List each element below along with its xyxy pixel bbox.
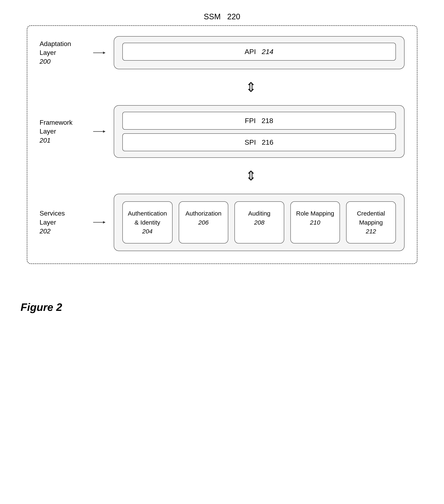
service-card-auth-identity: Authentication & Identity 204 (122, 201, 173, 243)
adaptation-layer-label: Adaptation Layer 200 (40, 39, 85, 66)
service-card-auditing: Auditing 208 (234, 201, 284, 243)
fpi-label: FPI (245, 117, 256, 125)
auth-identity-number: 204 (128, 227, 167, 236)
authorization-line1: Authorization (184, 209, 223, 218)
credential-mapping-line2: Mapping (352, 218, 390, 227)
api-number: 214 (262, 48, 273, 55)
framework-layer-row: Framework Layer 201 FPI (40, 105, 405, 158)
ssm-title-text: SSM (204, 12, 221, 21)
credential-mapping-line1: Credential (352, 209, 390, 218)
services-label-line1: Services (40, 209, 85, 218)
figure-label: Figure 2 (20, 301, 62, 313)
framework-layer-label: Framework Layer 201 (40, 118, 85, 145)
adaptation-box: API 214 (114, 36, 405, 69)
ssm-outer-box: Adaptation Layer 200 API (27, 25, 418, 264)
auth-identity-line1: Authentication (128, 209, 167, 218)
api-label: API (245, 48, 256, 55)
auditing-line1: Auditing (240, 209, 278, 218)
framework-label-number: 201 (40, 136, 85, 145)
svg-marker-3 (103, 130, 105, 133)
fpi-bar: FPI 218 (122, 112, 396, 130)
svg-marker-5 (103, 221, 105, 224)
service-card-role-mapping: Role Mapping 210 (290, 201, 340, 243)
api-bar: API 214 (122, 43, 396, 61)
adaptation-arrow-svg (93, 51, 105, 55)
spi-label: SPI (245, 138, 256, 146)
services-label-line2: Layer (40, 218, 85, 227)
role-mapping-number: 210 (296, 218, 334, 227)
adaptation-label-line2: Layer (40, 48, 85, 57)
framework-connector (93, 129, 105, 134)
adaptation-label-line1: Adaptation (40, 39, 85, 48)
authorization-number: 206 (184, 218, 223, 227)
framework-label-line2: Layer (40, 127, 85, 136)
ssm-title: SSM 220 (17, 12, 427, 21)
services-arrow-svg (93, 220, 105, 224)
svg-marker-1 (103, 52, 105, 54)
service-card-authorization: Authorization 206 (179, 201, 228, 243)
services-label-number: 202 (40, 227, 85, 236)
framework-arrow-svg (93, 129, 105, 134)
adaptation-label-number: 200 (40, 57, 85, 66)
auditing-number: 208 (240, 218, 278, 227)
double-arrow-2: ⇕ (245, 169, 256, 182)
services-connector (93, 220, 105, 224)
auth-identity-line2: & Identity (128, 218, 167, 227)
page-container: SSM 220 Adaptation Layer 200 (0, 0, 444, 326)
role-mapping-line1: Role Mapping (296, 209, 334, 218)
fpi-number: 218 (262, 117, 273, 125)
service-card-credential-mapping: Credential Mapping 212 (346, 201, 396, 243)
arrow-adaptation-framework: ⇕ (40, 81, 405, 94)
services-box: Authentication & Identity 204 Authorizat… (114, 194, 405, 251)
credential-mapping-number: 212 (352, 227, 390, 236)
services-layer-label: Services Layer 202 (40, 209, 85, 236)
spi-number: 216 (262, 138, 273, 146)
framework-label-line1: Framework (40, 118, 85, 127)
spi-bar: SPI 216 (122, 133, 396, 151)
arrow-framework-services: ⇕ (40, 169, 405, 182)
adaptation-connector (93, 51, 105, 55)
adaptation-layer-row: Adaptation Layer 200 API (40, 36, 405, 69)
figure-label-container: Figure 2 (17, 301, 427, 313)
framework-box: FPI 218 SPI 216 (114, 105, 405, 158)
double-arrow-1: ⇕ (245, 81, 256, 94)
ssm-title-number: 220 (227, 12, 240, 21)
services-layer-row: Services Layer 202 (40, 194, 405, 251)
layers-container: Adaptation Layer 200 API (40, 36, 405, 251)
services-cards: Authentication & Identity 204 Authorizat… (122, 201, 396, 243)
